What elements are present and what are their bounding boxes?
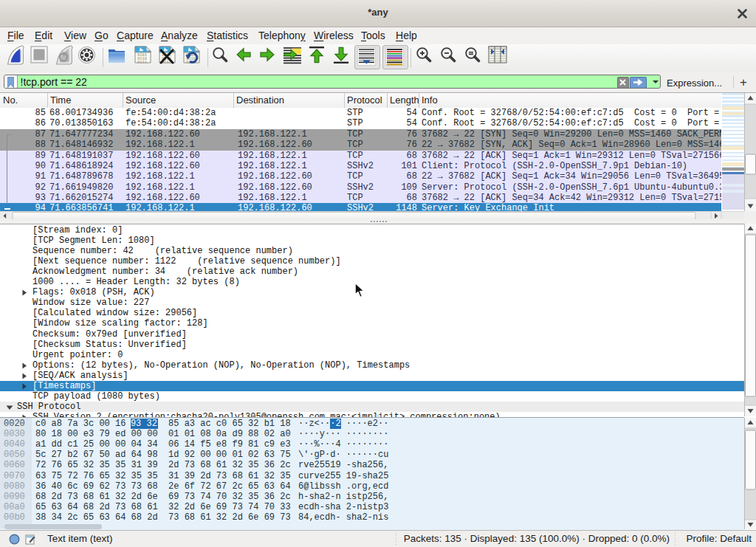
svg-text:0111: 0111 bbox=[137, 61, 147, 64]
